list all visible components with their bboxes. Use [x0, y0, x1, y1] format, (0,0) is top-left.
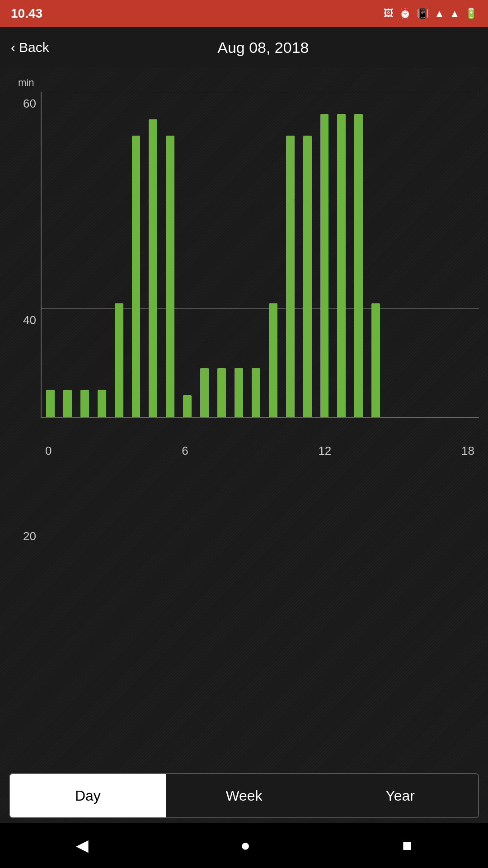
bar-item	[235, 368, 243, 417]
status-time: 10.43	[11, 6, 42, 21]
y-axis-label: min	[18, 77, 479, 89]
alarm-icon: ⏰	[399, 8, 411, 19]
x-tick-18: 18	[461, 444, 474, 769]
bars-container	[42, 92, 479, 417]
bar-item	[269, 303, 277, 417]
header: ‹ Back Aug 08, 2018	[0, 27, 488, 68]
header-title: Aug 08, 2018	[49, 39, 477, 57]
nav-bar: ◀ ● ■	[0, 823, 488, 868]
chart-container: min 60 40 20 0 6 12 18	[0, 68, 488, 769]
nav-back-icon[interactable]: ◀	[76, 836, 89, 855]
tab-week[interactable]: Week	[166, 774, 322, 817]
bar-item	[337, 114, 346, 417]
bar-item	[98, 390, 106, 417]
bar-item	[354, 114, 363, 417]
status-bar: 10.43 🖼 ⏰ 📳 ▲ ▲ 🔋	[0, 0, 488, 27]
chart-area	[41, 92, 479, 418]
image-icon: 🖼	[384, 8, 394, 19]
bar-item	[149, 119, 157, 417]
tab-year[interactable]: Year	[322, 774, 478, 817]
x-tick-6: 6	[182, 444, 188, 769]
bar-item	[80, 390, 89, 417]
bar-item	[63, 390, 72, 417]
bar-item	[46, 390, 55, 417]
nav-recents-icon[interactable]: ■	[402, 836, 412, 855]
bar-item	[183, 395, 192, 417]
back-button[interactable]: ‹ Back	[11, 40, 49, 55]
bar-item	[132, 136, 141, 417]
x-axis: 0 6 12 18	[41, 440, 479, 769]
tab-bar: Day Week Year	[9, 773, 479, 818]
bar-item	[371, 303, 380, 417]
bar-item	[200, 368, 209, 417]
tab-day[interactable]: Day	[10, 774, 166, 817]
back-label: Back	[19, 40, 49, 55]
bar-item	[303, 136, 312, 417]
bar-item	[252, 368, 260, 417]
bar-item	[320, 114, 329, 417]
vibrate-icon: 📳	[417, 8, 429, 19]
bar-item	[166, 136, 174, 417]
signal-icon: ▲	[450, 8, 460, 19]
status-icons: 🖼 ⏰ 📳 ▲ ▲ 🔋	[384, 8, 477, 19]
bar-item	[286, 136, 295, 417]
y-tick-20: 20	[23, 529, 36, 543]
bar-item	[217, 368, 226, 417]
x-tick-0: 0	[45, 444, 52, 769]
back-chevron-icon: ‹	[11, 40, 15, 55]
bar-item	[115, 303, 123, 417]
y-tick-40: 40	[23, 313, 36, 327]
nav-home-icon[interactable]: ●	[240, 836, 250, 855]
wifi-icon: ▲	[434, 8, 444, 19]
battery-icon: 🔋	[465, 8, 477, 19]
y-axis: 60 40 20	[9, 92, 41, 769]
y-tick-60: 60	[23, 97, 36, 111]
chart-wrapper: 60 40 20 0 6 12 18	[9, 92, 479, 769]
x-tick-12: 12	[318, 444, 331, 769]
